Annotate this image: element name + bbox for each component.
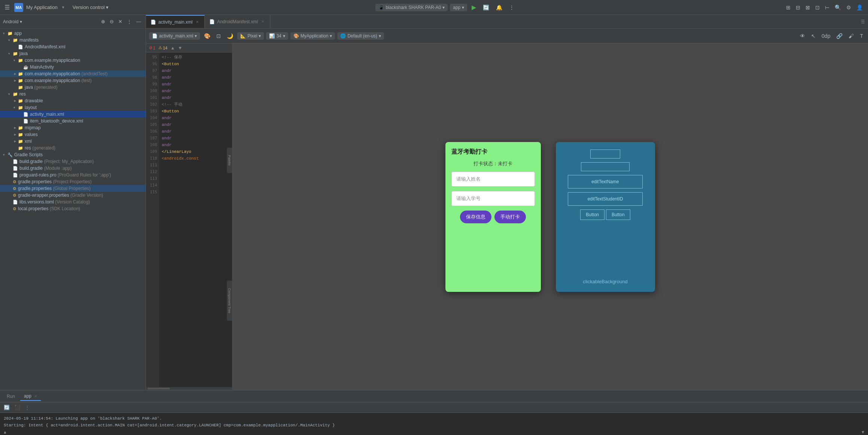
margin-label[interactable]: 0dp: [820, 32, 832, 40]
tree-item-2[interactable]: 📄 AndroidManifest.xml: [0, 43, 146, 50]
more-actions-button[interactable]: ⋮: [507, 3, 517, 12]
tab-label-1: AndroidManifest.xml: [217, 19, 258, 24]
version-control-label[interactable]: Version control ▾: [73, 4, 109, 10]
tree-item-24[interactable]: ⚙ gradle-wrapper.properties (Gradle Vers…: [0, 192, 146, 199]
design-mode-icon[interactable]: 🎨: [202, 32, 212, 40]
api-selector[interactable]: 📊 34 ▾: [266, 32, 288, 40]
tree-item-0[interactable]: ▾ 📁 app: [0, 30, 146, 37]
tree-item-15[interactable]: ► 📁 values: [0, 131, 146, 138]
link-icon[interactable]: 🔗: [834, 32, 844, 40]
sync-button[interactable]: 🔄: [481, 3, 491, 12]
code-line-3: andr: [162, 67, 230, 74]
tree-item-6[interactable]: ► 📁 com.example.myapplication (androidTe…: [0, 70, 146, 77]
warning-badge[interactable]: ⚠ 14: [158, 45, 167, 50]
action-icon-2[interactable]: ⊟: [794, 3, 802, 12]
locale-selector[interactable]: 🌐 Default (en-us) ▾: [337, 32, 384, 40]
tree-icon-7: 📁: [18, 78, 23, 83]
cursor-icon[interactable]: ↖: [809, 32, 817, 40]
tab-close-1[interactable]: ✕: [260, 19, 265, 24]
tree-item-3[interactable]: ▾ 📁 java: [0, 50, 146, 57]
tree-item-12[interactable]: 📄 activity_main.xml: [0, 111, 146, 118]
tree-item-21[interactable]: 📄 proguard-rules.pro (ProGuard Rules for…: [0, 172, 146, 178]
split-mode-icon[interactable]: ⊡: [214, 32, 223, 40]
collapse-icon[interactable]: ▲: [170, 45, 175, 51]
device-selector[interactable]: 📱 blackshark SHARK PAR-A0 ▾: [375, 4, 448, 11]
settings-button[interactable]: ⚙: [844, 3, 853, 12]
tree-item-20[interactable]: 📄 build.gradle (Module :app): [0, 165, 146, 172]
tree-item-19[interactable]: 📄 build.gradle (Project: My_Application): [0, 158, 146, 165]
palette-handle[interactable]: Palette: [227, 148, 232, 173]
expand-icon[interactable]: ▼: [178, 45, 182, 51]
editor-tab-0[interactable]: 📄 activity_main.xml ✕: [146, 15, 205, 28]
sidebar-minimize-icon[interactable]: —: [135, 18, 143, 25]
tree-item-22[interactable]: ⚙ gradle.properties (Project Properties): [0, 178, 146, 185]
run-button[interactable]: ▶: [469, 2, 478, 12]
log-scroll-up-icon[interactable]: ▲: [3, 430, 7, 434]
search-button[interactable]: 🔍: [832, 3, 843, 12]
action-icon-5[interactable]: ⊢: [823, 3, 832, 12]
app-name-dropdown-icon[interactable]: ▼: [61, 5, 65, 9]
pixel-selector[interactable]: 📐 Pixel ▾: [237, 32, 264, 40]
app-selector[interactable]: app ▾: [450, 4, 467, 11]
blueprint-name-field[interactable]: editTextName: [568, 175, 643, 188]
tab-app-close-icon[interactable]: ✕: [34, 394, 37, 398]
app-name-label[interactable]: My Application: [26, 4, 58, 10]
code-content[interactable]: <!-- 保存 <Button andr andr andr andr andr…: [159, 52, 232, 387]
tree-item-10[interactable]: ► 📁 drawable: [0, 97, 146, 104]
tab-close-0[interactable]: ✕: [195, 19, 200, 24]
tree-item-13[interactable]: 📄 item_bluetooth_device.xml: [0, 118, 146, 124]
tree-item-17[interactable]: 📁 res (generated): [0, 145, 146, 151]
tree-item-11[interactable]: ▾ 📁 layout: [0, 104, 146, 111]
sidebar-more-icon[interactable]: ⋮: [125, 18, 133, 25]
blueprint-studentid-field[interactable]: editTextStudentID: [568, 192, 643, 206]
hamburger-icon[interactable]: ☰: [3, 2, 11, 12]
component-tree-handle[interactable]: Component Tree: [227, 281, 232, 321]
eye-icon[interactable]: 👁: [798, 32, 807, 40]
sidebar-close-icon[interactable]: ✕: [117, 18, 124, 25]
text-icon[interactable]: T: [858, 32, 865, 40]
tree-item-14[interactable]: ► 📁 mipmap: [0, 124, 146, 131]
code-scrollbar[interactable]: [146, 387, 232, 390]
action-icon-1[interactable]: ⊞: [784, 3, 793, 12]
tree-item-26[interactable]: ⚙ local.properties (SDK Location): [0, 205, 146, 212]
editor-tabs-settings[interactable]: ☰: [858, 19, 868, 24]
preview-studentid-input[interactable]: 请输入学号: [451, 191, 535, 206]
tree-item-16[interactable]: ► 📁 xml: [0, 138, 146, 145]
preview-save-button[interactable]: 保存信息: [460, 211, 491, 223]
preview-checkin-button[interactable]: 手动打卡: [494, 211, 526, 223]
tree-item-23[interactable]: ⚙ gradle.properties (Global Properties): [0, 185, 146, 192]
code-line-1: <!-- 保存: [162, 54, 230, 61]
theme-selector[interactable]: 🎨 MyApplication ▾: [290, 32, 335, 40]
sidebar-sync-icon[interactable]: ⊕: [100, 18, 107, 25]
tab-app[interactable]: app ✕: [20, 392, 41, 401]
tab-run[interactable]: Run: [3, 392, 19, 401]
tree-item-4[interactable]: ▾ 📁 com.example.myapplication: [0, 57, 146, 64]
preview-name-input[interactable]: 请输入姓名: [451, 172, 535, 187]
night-mode-icon[interactable]: 🌙: [225, 32, 235, 40]
preview-toolbar: 📄 activity_main.xml ▾ 🎨 ⊡ 🌙 📐 Pixel ▾ 📊 …: [146, 28, 868, 43]
blueprint-btn2[interactable]: Button: [606, 209, 630, 220]
error-badge[interactable]: ⊘ 1: [149, 45, 155, 50]
tree-item-18[interactable]: ▾ 🔧 Gradle Scripts: [0, 151, 146, 158]
log-more-icon[interactable]: ⋮: [23, 404, 31, 411]
account-button[interactable]: 👤: [854, 3, 865, 12]
tree-item-25[interactable]: 📄 libs.versions.toml (Version Catalog): [0, 199, 146, 205]
sidebar-dropdown-icon[interactable]: ▾: [20, 19, 22, 24]
tree-item-8[interactable]: 📁 java (generated): [0, 84, 146, 91]
log-refresh-icon[interactable]: 🔄: [2, 404, 11, 411]
editor-tab-1[interactable]: 📄 AndroidManifest.xml ✕: [205, 15, 270, 28]
paint-icon[interactable]: 🖌: [847, 32, 856, 40]
blueprint-small-rect: [590, 149, 620, 158]
log-scroll-down-icon[interactable]: ▼: [861, 430, 865, 434]
tree-item-7[interactable]: ► 📁 com.example.myapplication (test): [0, 77, 146, 84]
notification-button[interactable]: 🔔: [494, 3, 505, 12]
tree-item-1[interactable]: ▾ 📁 manifests: [0, 37, 146, 43]
sidebar-collapse-icon[interactable]: ⊖: [108, 18, 115, 25]
tree-item-5[interactable]: ☕ MainActivity: [0, 64, 146, 70]
blueprint-btn1[interactable]: Button: [580, 209, 604, 220]
log-stop-icon[interactable]: ⬛: [13, 404, 22, 411]
action-icon-3[interactable]: ⊠: [803, 3, 812, 12]
preview-file-selector[interactable]: 📄 activity_main.xml ▾: [149, 32, 200, 40]
action-icon-4[interactable]: ⊡: [813, 3, 822, 12]
tree-item-9[interactable]: ▾ 📁 res: [0, 91, 146, 97]
